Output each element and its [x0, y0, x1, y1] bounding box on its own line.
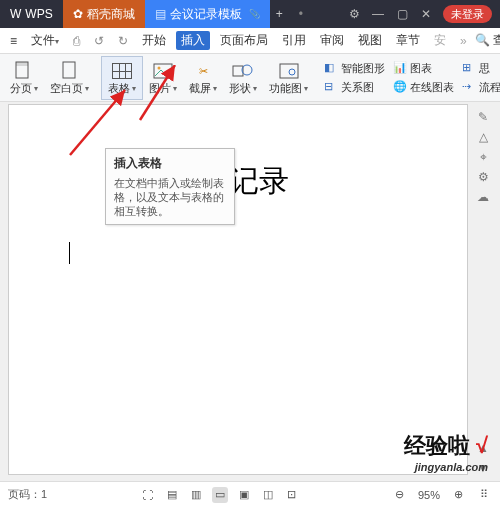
view-outline-icon[interactable]: ▣ — [236, 487, 252, 503]
wps-label: WPS — [25, 7, 52, 21]
ribbon-smart[interactable]: ◧智能图形 — [324, 61, 385, 76]
settings-icon[interactable]: ⚙ — [347, 7, 361, 21]
chart-icon: 📊 — [393, 61, 407, 75]
text-cursor — [69, 242, 70, 264]
ribbon-mini-group2: 📊图表 🌐在线图表 — [389, 61, 458, 95]
view-side-icon[interactable]: ◫ — [260, 487, 276, 503]
rail-triangle-icon[interactable]: △ — [476, 130, 490, 144]
store-tab[interactable]: ✿ 稻壳商城 — [63, 0, 145, 28]
svg-rect-1 — [16, 62, 28, 66]
zoom-in-button[interactable]: ⊕ — [450, 487, 466, 503]
ribbon-table[interactable]: 表格▾ — [101, 56, 143, 100]
doc-icon: ▤ — [155, 7, 166, 21]
side-rail: ✎ △ ⌖ ⚙ ☁ ▲ ▼ — [474, 104, 492, 475]
close-icon[interactable]: ✕ — [419, 7, 433, 21]
ribbon-chart[interactable]: 📊图表 — [393, 61, 454, 76]
funcpic-icon — [278, 60, 300, 82]
ribbon-shapes[interactable]: 形状▾ — [223, 56, 263, 100]
left-dot-icon: • — [299, 7, 303, 21]
wps-logo: W — [10, 7, 21, 21]
view-web-icon[interactable]: ▥ — [188, 487, 204, 503]
smart-icon: ◧ — [324, 61, 338, 75]
view-zoom-icon[interactable]: ⊡ — [284, 487, 300, 503]
minimize-icon[interactable]: — — [371, 7, 385, 21]
view-print-icon[interactable]: ▤ — [164, 487, 180, 503]
ribbon: 分页▾ 空白页▾ 表格▾ 图片▾ ✂ 截屏▾ 形状▾ 功能图▾ ◧智能图形 ⊟关… — [0, 54, 500, 102]
tab-start[interactable]: 开始 — [138, 32, 170, 49]
new-tab-button[interactable]: + — [270, 0, 289, 28]
rail-cloud-icon[interactable]: ☁ — [476, 190, 490, 204]
maximize-icon[interactable]: ▢ — [395, 7, 409, 21]
tab-more[interactable]: » — [456, 34, 471, 48]
tab-insert[interactable]: 插入 — [176, 31, 210, 50]
document-area[interactable]: 会议记录 — [8, 104, 468, 475]
tab-cite[interactable]: 引用 — [278, 32, 310, 49]
rail-select-icon[interactable]: ⌖ — [476, 150, 490, 164]
watermark: 经验啦 √ jingyanla.com — [404, 431, 488, 473]
status-bar: 页码：1 ⛶ ▤ ▥ ▭ ▣ ◫ ⊡ ⊖ 95% ⊕ ⠿ — [0, 481, 500, 507]
flow-icon: ⇢ — [462, 80, 476, 94]
zoom-value[interactable]: 95% — [418, 489, 440, 501]
blank-icon — [59, 60, 81, 82]
ribbon-screenshot[interactable]: ✂ 截屏▾ — [183, 56, 223, 100]
rail-pencil-icon[interactable]: ✎ — [476, 110, 490, 124]
menu-bar: ≡ 文件▾ ⎙ ↺ ↻ 开始 插入 页面布局 引用 审阅 视图 章节 安 » 🔍… — [0, 28, 500, 54]
relate-icon: ⊟ — [324, 80, 338, 94]
qat-save-icon[interactable]: ⎙ — [69, 34, 84, 48]
cover-icon — [13, 60, 35, 82]
page: 会议记录 — [9, 105, 467, 318]
qat-redo-icon[interactable]: ↻ — [114, 34, 132, 48]
store-label: 稻壳商城 — [87, 6, 135, 23]
ribbon-online[interactable]: 🌐在线图表 — [393, 80, 454, 95]
shapes-icon — [232, 60, 254, 82]
svg-rect-2 — [63, 62, 75, 78]
ribbon-mini-group3: ⊞思 ⇢流程 — [458, 61, 500, 95]
doc-tab-label: 会议记录模板 — [170, 6, 242, 23]
zoom-out-button[interactable]: ⊖ — [392, 487, 408, 503]
rail-gear-icon[interactable]: ⚙ — [476, 170, 490, 184]
tooltip-insert-table: 插入表格 在文档中插入或绘制表格，以及文本与表格的相互转换。 — [105, 148, 235, 225]
tab-safe[interactable]: 安 — [430, 32, 450, 49]
mind-icon: ⊞ — [462, 61, 476, 75]
view-fullscreen-icon[interactable]: ⛶ — [140, 487, 156, 503]
document-tab[interactable]: ▤ 会议记录模板 📎 — [145, 0, 270, 28]
svg-rect-3 — [154, 64, 172, 78]
svg-rect-5 — [233, 66, 243, 76]
search-button[interactable]: 🔍 查找 — [471, 32, 500, 49]
ribbon-mini-group: ◧智能图形 ⊟关系图 — [320, 61, 389, 95]
tab-layout[interactable]: 页面布局 — [216, 32, 272, 49]
status-more-icon[interactable]: ⠿ — [476, 487, 492, 503]
ribbon-more1[interactable]: ⊞思 — [462, 61, 500, 76]
table-icon — [111, 60, 133, 82]
hamburger-icon[interactable]: ≡ — [6, 34, 21, 48]
ribbon-funcpic[interactable]: 功能图▾ — [263, 56, 314, 100]
svg-point-4 — [158, 67, 161, 70]
tooltip-title: 插入表格 — [114, 155, 226, 172]
ribbon-relate[interactable]: ⊟关系图 — [324, 80, 385, 95]
online-chart-icon: 🌐 — [393, 80, 407, 94]
tab-review[interactable]: 审阅 — [316, 32, 348, 49]
login-button[interactable]: 未登录 — [443, 5, 492, 23]
qat-undo-icon[interactable]: ↺ — [90, 34, 108, 48]
page-indicator[interactable]: 页码：1 — [8, 487, 47, 502]
title-bar: W WPS ✿ 稻壳商城 ▤ 会议记录模板 📎 + • ⚙ — ▢ ✕ 未登录 — [0, 0, 500, 28]
picture-icon — [152, 60, 174, 82]
search-icon: 🔍 — [475, 33, 490, 47]
tooltip-body: 在文档中插入或绘制表格，以及文本与表格的相互转换。 — [114, 176, 226, 218]
ribbon-cover[interactable]: 分页▾ — [4, 56, 44, 100]
store-icon: ✿ — [73, 7, 83, 21]
app-tab[interactable]: W WPS — [0, 0, 63, 28]
file-menu[interactable]: 文件▾ — [27, 32, 63, 49]
ribbon-picture[interactable]: 图片▾ — [143, 56, 183, 100]
scissors-icon: ✂ — [192, 60, 214, 82]
tab-pin-icon[interactable]: 📎 — [249, 9, 260, 19]
svg-point-8 — [289, 69, 295, 75]
ribbon-blank[interactable]: 空白页▾ — [44, 56, 95, 100]
view-read-icon[interactable]: ▭ — [212, 487, 228, 503]
tab-view[interactable]: 视图 — [354, 32, 386, 49]
ribbon-flow[interactable]: ⇢流程 — [462, 80, 500, 95]
tab-chapter[interactable]: 章节 — [392, 32, 424, 49]
